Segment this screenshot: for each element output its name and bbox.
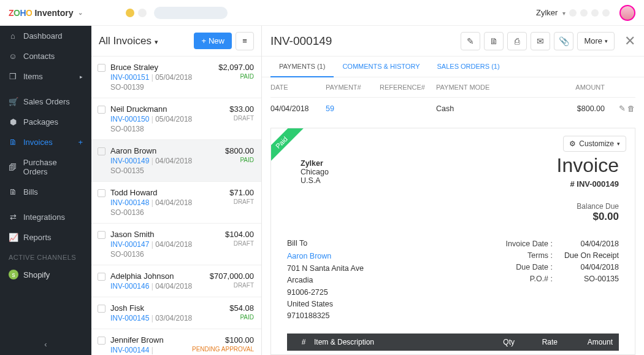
invoice-link[interactable]: INV-000144 (110, 346, 149, 354)
customize-button[interactable]: ⚙Customize▾ (563, 136, 626, 152)
status-badge: PAID (218, 73, 254, 80)
status-badge: PAID (225, 157, 254, 163)
status-badge: DRAFT (229, 198, 254, 205)
print-button[interactable]: ⎙ (507, 32, 527, 50)
new-button[interactable]: +New (194, 33, 232, 49)
invoice-number: # INV-000149 (287, 179, 619, 189)
invoice-row[interactable]: Bruce StraleyINV-000151 | 05/04/2018SO-0… (91, 57, 261, 98)
invoice-row[interactable]: Aaron BrownINV-000149 | 04/04/2018SO-001… (91, 140, 261, 182)
dot-icon (569, 9, 577, 17)
items-header: # Item & Description Qty Rate Amount (287, 334, 619, 351)
invoice-row[interactable]: Adelphia JohnsonINV-000146 | 04/04/2018$… (91, 265, 261, 297)
pdf-button[interactable]: 🗎 (484, 32, 504, 50)
edit-button[interactable]: ✎ (461, 32, 480, 50)
invoice-document: Paid ⚙Customize▾ Zylker Chicago U.S.A In… (270, 128, 635, 355)
invoice-row[interactable]: Jennifer BrownINV-000144 | 31/03/2018$10… (91, 329, 261, 355)
search-placeholder[interactable] (154, 7, 228, 19)
invoice-link[interactable]: INV-000148 (110, 198, 149, 207)
chevron-down-icon: ⌄ (78, 9, 83, 16)
sidebar-channel-shopify[interactable]: s Shopify (0, 265, 91, 284)
status-badge: DRAFT (229, 115, 254, 122)
status-badge: DRAFT (210, 282, 254, 289)
logo-app: Inventory (34, 8, 73, 18)
avatar[interactable] (619, 5, 635, 21)
payment-link[interactable]: 59 (326, 104, 334, 113)
sidebar-item-invoices[interactable]: 🗎Invoices+ (0, 132, 91, 152)
invoice-row[interactable]: Josh FiskINV-000145 | 03/04/2018$54.08PA… (91, 297, 261, 329)
invoice-link[interactable]: INV-000151 (110, 73, 149, 82)
mail-button[interactable]: ✉ (531, 32, 550, 50)
sidebar-item-integrations[interactable]: ⇄Integrations (0, 207, 91, 227)
dot-icon (602, 9, 610, 17)
row-checkbox[interactable] (98, 231, 105, 239)
shopify-icon: s (9, 270, 18, 279)
detail-title: INV-000149 (270, 34, 332, 48)
invoice-list-pane: All Invoices ▾ +New ≡ Bruce StraleyINV-0… (91, 26, 262, 355)
add-icon[interactable]: + (78, 138, 83, 147)
sidebar-item-bills[interactable]: 🗎Bills (0, 182, 91, 202)
sidebar-item-dashboard[interactable]: ⌂Dashboard (0, 26, 91, 46)
sidebar-section: ACTIVE CHANNELS (0, 248, 91, 265)
invoice-row[interactable]: Todd HowardINV-000148 | 04/04/2018SO-001… (91, 182, 261, 224)
sidebar-item-reports[interactable]: 📈Reports (0, 227, 91, 248)
more-button[interactable]: More▾ (577, 32, 615, 50)
app-logo[interactable]: ZOHO Inventory ⌄ (9, 8, 83, 18)
payments-header: DATE PAYMENT# REFERENCE# PAYMENT MODE AM… (270, 77, 635, 98)
nav-icon: 🗐 (9, 163, 17, 172)
row-checkbox[interactable] (98, 189, 105, 197)
sidebar-collapse[interactable]: ‹ (0, 334, 91, 355)
list-title[interactable]: All Invoices ▾ (99, 35, 158, 47)
invoice-row[interactable]: Neil DruckmannINV-000150 | 05/04/2018SO-… (91, 98, 261, 140)
sidebar-item-items[interactable]: ❒Items▸ (0, 66, 91, 87)
tab[interactable]: SALES ORDERS (1) (429, 57, 508, 77)
nav-icon: 🛒 (9, 97, 17, 106)
invoice-row[interactable]: Jason SmithINV-000147 | 04/04/2018SO-001… (91, 224, 261, 265)
close-icon[interactable]: ✕ (624, 33, 635, 49)
gear-icon: ⚙ (569, 139, 576, 148)
customer-link[interactable]: Aaron Brown (287, 251, 506, 262)
topbar: ZOHO Inventory ⌄ Zylker ▾ (0, 0, 644, 26)
payment-row[interactable]: 04/04/2018 59 Cash $800.00 ✎ 🗑 (270, 98, 635, 119)
nav-icon: 📈 (9, 233, 17, 242)
row-checkbox[interactable] (98, 64, 105, 72)
balance-label: Balance Due (287, 202, 619, 211)
row-checkbox[interactable] (98, 337, 105, 345)
dot-icon (591, 9, 599, 17)
sidebar-item-packages[interactable]: ⬢Packages (0, 112, 91, 132)
sidebar-item-contacts[interactable]: ☺Contacts (0, 46, 91, 66)
tab[interactable]: PAYMENTS (1) (270, 57, 334, 77)
row-checkbox[interactable] (98, 147, 105, 155)
invoice-link[interactable]: INV-000147 (110, 240, 149, 249)
invoice-meta: Invoice Date :04/04/2018Terms :Due On Re… (506, 238, 619, 322)
nav-icon: ⇄ (9, 213, 17, 222)
nav-icon: 🗎 (9, 187, 17, 197)
dot-icon (126, 9, 134, 17)
sidebar-item-purchase-orders[interactable]: 🗐Purchase Orders (0, 152, 91, 182)
row-checkbox[interactable] (98, 273, 105, 281)
invoice-heading: Invoice (287, 154, 619, 177)
invoice-link[interactable]: INV-000149 (110, 157, 149, 165)
nav-icon: ❒ (9, 72, 17, 81)
org-switcher[interactable]: Zylker ▾ (536, 8, 565, 17)
logo-brand: ZOHO (9, 8, 32, 18)
sidebar: ⌂Dashboard☺Contacts❒Items▸🛒Sales Orders⬢… (0, 26, 91, 355)
invoice-link[interactable]: INV-000146 (110, 282, 149, 291)
row-checkbox[interactable] (98, 305, 105, 313)
row-checkbox[interactable] (98, 106, 105, 114)
nav-icon: 🗎 (9, 138, 17, 147)
balance-amount: $0.00 (287, 211, 619, 223)
list-menu-button[interactable]: ≡ (236, 32, 254, 50)
tab[interactable]: COMMENTS & HISTORY (334, 57, 428, 77)
status-badge: DRAFT (225, 240, 254, 247)
attach-button[interactable]: 📎 (554, 32, 573, 50)
status-badge: PENDING APPROVAL (192, 346, 254, 353)
edit-icon[interactable]: ✎ (619, 104, 626, 113)
invoice-link[interactable]: INV-000150 (110, 115, 149, 123)
detail-pane: INV-000149 ✎ 🗎 ⎙ ✉ 📎 More▾ ✕ PAYMENTS (1… (262, 26, 644, 355)
nav-icon: ⬢ (9, 117, 17, 127)
invoice-link[interactable]: INV-000145 (110, 314, 149, 322)
dot-icon (138, 9, 147, 17)
tab-dots (126, 7, 228, 19)
delete-icon[interactable]: 🗑 (627, 104, 635, 113)
sidebar-item-sales-orders[interactable]: 🛒Sales Orders (0, 92, 91, 112)
